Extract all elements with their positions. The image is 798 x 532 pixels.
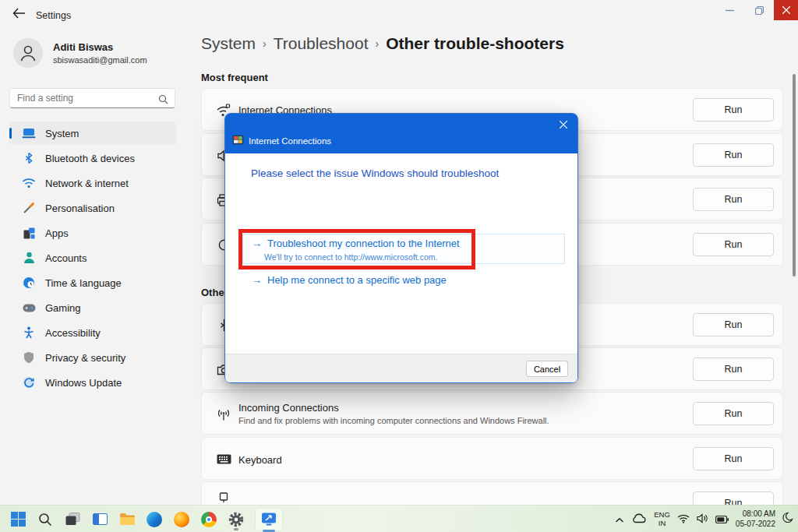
minimize-button[interactable] (715, 0, 744, 20)
firefox-icon[interactable] (173, 508, 190, 531)
accessibility-person-icon (22, 326, 36, 340)
paintbrush-icon (22, 201, 36, 215)
option-description: We'll try to connect to http://www.micro… (264, 252, 437, 262)
row-label: Keyboard (238, 454, 282, 466)
dialog-footer: Cancel (225, 354, 577, 382)
row-description: Find and fix problems with incoming comp… (238, 416, 549, 425)
troubleshooter-dialog: Internet Connections Please select the i… (224, 113, 578, 383)
cancel-button[interactable]: Cancel (526, 361, 568, 377)
incoming-connections-icon (214, 393, 233, 435)
wifi-icon (22, 176, 36, 190)
run-button[interactable]: Run (693, 313, 774, 336)
sidebar-item-label: Apps (45, 227, 69, 239)
dialog-titlebar: Internet Connections (225, 114, 577, 153)
system-icon (22, 126, 36, 140)
user-name: Aditi Biswas (53, 41, 113, 53)
search-input[interactable] (17, 89, 157, 107)
scrollbar[interactable] (793, 74, 796, 277)
sidebar-item-time-language[interactable]: Time & language (9, 271, 176, 294)
breadcrumb-separator: › (263, 37, 267, 50)
sidebar-item-bluetooth-devices[interactable]: Bluetooth & devices (9, 146, 176, 170)
tray-date: 05-07-2022 (736, 520, 775, 530)
run-button[interactable]: Run (693, 188, 774, 211)
update-icon (22, 375, 36, 389)
task-view-icon[interactable] (64, 508, 81, 531)
row-keyboard: Keyboard Run (201, 437, 783, 480)
taskbar-search-icon[interactable] (37, 508, 54, 531)
close-button[interactable] (774, 0, 798, 20)
run-button[interactable]: Run (693, 143, 774, 167)
run-button[interactable]: Run (693, 358, 774, 381)
sidebar-item-label: System (45, 128, 79, 139)
edge-icon[interactable] (146, 508, 163, 531)
tray-speaker-icon[interactable] (697, 513, 708, 527)
dialog-prompt: Please select the issue Windows should t… (251, 167, 499, 179)
maximize-button[interactable] (744, 0, 774, 20)
search-icon (158, 93, 168, 107)
back-arrow-icon[interactable] (12, 8, 28, 22)
file-explorer-icon[interactable] (118, 508, 136, 531)
running-indicator (234, 528, 238, 530)
sidebar-item-label: Personalisation (45, 203, 115, 214)
clock-indicator[interactable]: 08:00 AM05-07-2022 (736, 509, 775, 529)
section-most-frequent: Most frequent (201, 72, 268, 83)
run-button[interactable]: Run (693, 402, 774, 425)
settings-gear-icon[interactable] (228, 508, 245, 531)
tray-battery-icon[interactable] (715, 513, 729, 527)
tray-wifi-icon[interactable] (677, 513, 690, 527)
page-title: Other trouble-shooters (386, 34, 564, 52)
apps-icon (22, 226, 36, 240)
sidebar-item-gaming[interactable]: Gaming (9, 296, 176, 319)
breadcrumb: System›Troubleshoot›Other trouble-shoote… (201, 34, 564, 53)
breadcrumb-system[interactable]: System (201, 34, 256, 52)
dialog-title: Internet Connections (249, 136, 331, 146)
sidebar-item-label: Gaming (45, 302, 81, 314)
sidebar-item-label: Privacy & security (45, 352, 125, 364)
arrow-icon: → (252, 238, 262, 249)
run-button[interactable]: Run (693, 447, 774, 470)
sidebar-item-system[interactable]: System (9, 122, 176, 145)
troubleshooter-icon (232, 134, 244, 148)
tray-time: 08:00 AM (736, 509, 775, 520)
keyboard-icon (214, 438, 233, 481)
troubleshooter-taskbar-icon[interactable] (255, 508, 283, 531)
breadcrumb-troubleshoot[interactable]: Troubleshoot (274, 34, 369, 52)
bluetooth-icon (22, 151, 36, 165)
run-button[interactable]: Run (693, 233, 774, 256)
dialog-close-icon[interactable] (556, 118, 570, 132)
person-icon (22, 251, 36, 265)
sidebar-item-label: Bluetooth & devices (45, 153, 135, 164)
focus-assist-moon-icon[interactable] (782, 512, 793, 527)
sidebar-item-label: Time & language (45, 277, 122, 289)
widgets-icon[interactable] (91, 508, 108, 531)
gamepad-icon (22, 301, 36, 315)
run-button[interactable]: Run (693, 98, 774, 122)
tray-chevron-icon[interactable] (615, 513, 624, 527)
sidebar-item-label: Network & internet (45, 178, 129, 189)
sidebar-item-personalisation[interactable]: Personalisation (9, 196, 176, 220)
search-box[interactable] (9, 88, 175, 108)
clock-globe-icon (22, 276, 36, 290)
sidebar-item-privacy-security[interactable]: Privacy & security (9, 346, 176, 369)
arrow-icon: → (252, 274, 262, 286)
avatar[interactable] (13, 38, 43, 68)
option-help-connect-webpage[interactable]: →Help me connect to a specific web page (252, 274, 447, 286)
app-title: Settings (36, 10, 71, 21)
sidebar-item-network-internet[interactable]: Network & internet (9, 171, 176, 195)
start-button[interactable] (9, 508, 26, 531)
window-titlebar: Settings (0, 0, 798, 30)
option-troubleshoot-connection[interactable]: →Troubleshoot my connection to the Inter… (252, 238, 460, 249)
sidebar-item-accessibility[interactable]: Accessibility (9, 321, 176, 344)
sidebar-item-windows-update[interactable]: Windows Update (9, 371, 176, 394)
language-indicator[interactable]: ENGIN (654, 511, 670, 527)
user-email: sbiswasaditi@gmail.com (53, 55, 147, 65)
row-incoming-connections: Incoming Connections Find and fix proble… (201, 392, 783, 435)
sidebar-item-accounts[interactable]: Accounts (9, 246, 176, 270)
onedrive-cloud-icon[interactable] (631, 513, 647, 527)
chrome-icon[interactable] (200, 508, 217, 531)
sidebar-item-label: Accessibility (45, 327, 101, 339)
sidebar: Aditi Biswas sbiswasaditi@gmail.com Syst… (0, 30, 185, 505)
sidebar-item-label: Windows Update (45, 377, 122, 389)
sidebar-item-apps[interactable]: Apps (9, 221, 176, 245)
sidebar-item-label: Accounts (45, 252, 87, 264)
